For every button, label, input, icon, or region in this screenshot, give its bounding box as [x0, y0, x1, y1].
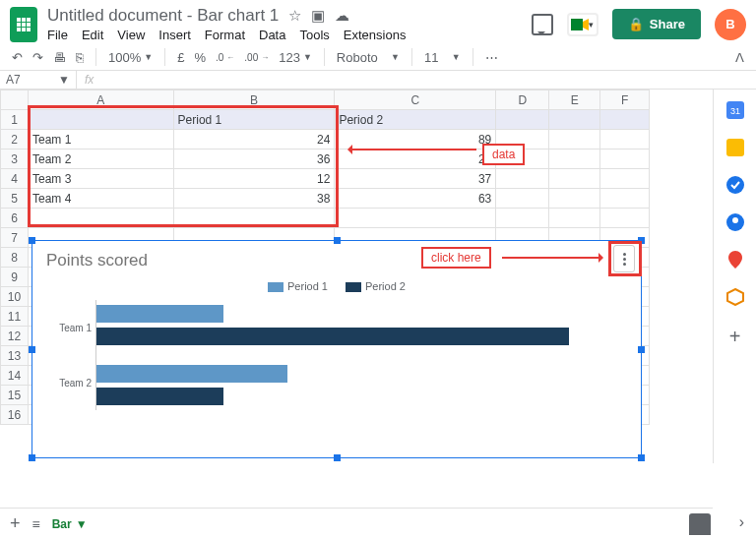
- sheet-tab-bar: + ≡ Bar▼: [0, 508, 713, 539]
- chart-title: Points scored: [46, 251, 627, 270]
- collapse-toolbar-icon[interactable]: ᐱ: [735, 50, 744, 65]
- chart-plot-area: [95, 300, 627, 410]
- lock-icon: 🔒: [628, 17, 644, 31]
- sheets-logo-icon[interactable]: [10, 7, 37, 42]
- addon-icon[interactable]: [726, 288, 744, 306]
- menu-data[interactable]: Data: [259, 28, 285, 42]
- menu-tools[interactable]: Tools: [299, 28, 329, 42]
- cloud-icon[interactable]: ☁: [335, 7, 349, 25]
- undo-icon[interactable]: ↶: [12, 50, 23, 65]
- chart-axis-label: Team 1: [46, 300, 95, 355]
- side-panel: 31 +: [713, 90, 756, 463]
- doc-title[interactable]: Untitled document - Bar chart 1: [47, 6, 279, 26]
- spreadsheet-grid[interactable]: A B C D E F 1Period 1Period 2 2Team 1248…: [0, 90, 713, 463]
- star-icon[interactable]: ☆: [288, 7, 301, 25]
- svg-marker-8: [727, 289, 743, 305]
- menu-extensions[interactable]: Extensions: [344, 28, 407, 42]
- col-header[interactable]: F: [600, 90, 650, 110]
- chart-axis-label: Team 2: [46, 355, 95, 410]
- comments-icon[interactable]: [532, 14, 553, 35]
- currency-button[interactable]: £: [177, 50, 184, 65]
- menu-edit[interactable]: Edit: [82, 28, 103, 42]
- share-label: Share: [650, 17, 685, 31]
- app-header: Untitled document - Bar chart 1 ☆ ▣ ☁ Fi…: [0, 0, 756, 44]
- formula-bar-label: fx: [77, 71, 101, 89]
- calendar-icon[interactable]: 31: [726, 101, 744, 119]
- all-sheets-icon[interactable]: ≡: [32, 516, 40, 532]
- svg-rect-0: [571, 19, 583, 30]
- svg-point-7: [732, 217, 738, 223]
- chart-legend: Period 1 Period 2: [46, 280, 627, 292]
- add-panel-icon[interactable]: +: [729, 326, 741, 348]
- maps-icon[interactable]: [726, 251, 744, 269]
- toolbar: ↶ ↷ 🖶 ⎘ 100%▼ £ % .0← .00→ 123▼ Roboto ▼…: [0, 44, 756, 71]
- annotation-arrow: [350, 149, 476, 150]
- hide-sidepanel-icon[interactable]: ›: [739, 513, 744, 531]
- zoom-select[interactable]: 100%▼: [108, 50, 153, 65]
- paint-format-icon[interactable]: ⎘: [76, 50, 84, 65]
- col-header[interactable]: E: [549, 90, 600, 110]
- print-icon[interactable]: 🖶: [53, 50, 66, 65]
- svg-rect-4: [726, 139, 744, 156]
- annotation-data-label: data: [482, 144, 525, 165]
- meet-icon[interactable]: ▾: [567, 13, 598, 36]
- increase-decimal-button[interactable]: .00→: [244, 52, 269, 63]
- tasks-icon[interactable]: [726, 176, 744, 194]
- menu-format[interactable]: Format: [205, 28, 245, 42]
- sheet-tab[interactable]: Bar▼: [52, 517, 88, 531]
- col-header[interactable]: A: [29, 90, 174, 110]
- menu-file[interactable]: File: [47, 28, 68, 42]
- add-sheet-icon[interactable]: +: [10, 513, 21, 534]
- col-header[interactable]: D: [496, 90, 549, 110]
- chart-menu-button[interactable]: [613, 245, 635, 272]
- col-header[interactable]: C: [335, 90, 496, 110]
- number-format-select[interactable]: 123▼: [279, 50, 312, 65]
- keep-icon[interactable]: [726, 139, 744, 156]
- more-toolbar-icon[interactable]: ⋯: [485, 50, 498, 65]
- name-box[interactable]: A7▼: [0, 71, 77, 89]
- menu-insert[interactable]: Insert: [158, 28, 191, 42]
- svg-text:31: 31: [729, 106, 739, 116]
- col-header[interactable]: B: [173, 90, 335, 110]
- avatar[interactable]: B: [715, 9, 746, 40]
- annotation-click-label: click here: [421, 247, 491, 269]
- move-icon[interactable]: ▣: [311, 7, 325, 25]
- percent-button[interactable]: %: [194, 50, 206, 65]
- annotation-arrow: [502, 257, 600, 259]
- menu-view[interactable]: View: [117, 28, 145, 42]
- contacts-icon[interactable]: [726, 213, 744, 231]
- svg-point-5: [726, 176, 744, 194]
- share-button[interactable]: 🔒Share: [612, 9, 701, 39]
- font-size-select[interactable]: 11 ▼: [424, 50, 461, 65]
- chart-object[interactable]: Points scored Period 1 Period 2 Team 1 T…: [32, 240, 642, 458]
- decrease-decimal-button[interactable]: .0←: [216, 52, 234, 63]
- font-select[interactable]: Roboto ▼: [337, 50, 400, 65]
- redo-icon[interactable]: ↷: [32, 50, 43, 65]
- menu-bar: File Edit View Insert Format Data Tools …: [47, 28, 522, 42]
- explore-icon[interactable]: [689, 513, 711, 535]
